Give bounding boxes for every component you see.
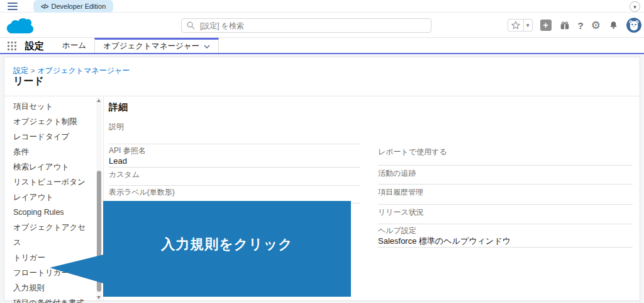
- annotation-callout: 入力規則をクリック: [103, 201, 351, 297]
- notifications-bell-icon[interactable]: [608, 20, 619, 31]
- setup-nav-bar: 設定 ホーム オブジェクトマネージャー: [0, 38, 644, 54]
- sidebar-item-field-conditional-formatting[interactable]: 項目の条件付き書式: [13, 295, 92, 303]
- favorite-star-icon[interactable]: [508, 21, 523, 30]
- tab-object-manager[interactable]: オブジェクトマネージャー: [94, 38, 219, 53]
- annotation-text: 入力規則をクリック: [161, 235, 293, 254]
- salesforce-setup-screen: </> Developer Edition ▾ ▾ +: [0, 0, 644, 303]
- sidebar-item-restriction-rules[interactable]: 条件: [13, 144, 92, 159]
- sidebar-item-object-access[interactable]: オブジェクトアクセス: [13, 220, 92, 250]
- gift-whats-new-icon[interactable]: [559, 20, 570, 31]
- field-history-tracking: 項目履歴管理: [378, 188, 633, 205]
- browser-tab-bar: </> Developer Edition ▾: [0, 0, 644, 13]
- code-icon: </>: [41, 3, 48, 10]
- tab-home[interactable]: ホーム: [54, 38, 94, 53]
- browser-profile-button[interactable]: ▾: [630, 1, 640, 12]
- sidebar-item-list-view-button-layout[interactable]: リストビューボタンレイアウト: [13, 174, 92, 205]
- object-manager-card: 設定>オブジェクトマネージャー リード 項目セット オブジェクト制限 レコードタ…: [4, 57, 640, 301]
- sidebar-item-object-limits[interactable]: オブジェクト制限: [13, 114, 92, 129]
- browser-tab-label: Developer Edition: [51, 3, 106, 10]
- scroll-up-icon[interactable]: [97, 99, 101, 102]
- sidebar-item-search-layouts[interactable]: 検索レイアウト: [13, 159, 92, 174]
- field-description: 説明: [109, 122, 360, 144]
- setup-gear-icon[interactable]: ⚙: [591, 20, 601, 31]
- field-custom: カスタム: [109, 170, 360, 186]
- page-background: 設定>オブジェクトマネージャー リード 項目セット オブジェクト制限 レコードタ…: [0, 54, 644, 303]
- field-used-in-reports: レポートで使用する: [378, 147, 633, 166]
- details-heading: 詳細: [109, 101, 128, 113]
- help-icon[interactable]: ?: [578, 20, 584, 31]
- favorites-control: ▾: [508, 19, 533, 31]
- field-api-name: API 参照名 Lead: [109, 146, 360, 168]
- salesforce-logo: [5, 16, 38, 34]
- chevron-down-icon: [204, 45, 210, 49]
- search-input[interactable]: [200, 21, 426, 30]
- page-title: リード: [13, 75, 44, 88]
- breadcrumb-setup-link[interactable]: 設定: [13, 66, 28, 75]
- field-help-settings: ヘルプ設定 Salesforce 標準のヘルプウィンドウ: [378, 226, 633, 248]
- setup-app-title: 設定: [25, 40, 44, 52]
- global-header: ▾ + ? ⚙: [0, 13, 644, 38]
- sidebar-item-field-sets[interactable]: 項目セット: [13, 99, 92, 114]
- panel-divider: [4, 96, 640, 96]
- field-track-activities: 活動の追跡: [378, 169, 633, 185]
- hamburger-menu-icon[interactable]: [8, 3, 18, 10]
- app-launcher-icon[interactable]: [8, 42, 16, 50]
- scroll-down-icon[interactable]: [97, 296, 101, 299]
- field-deployment-status: リリース状況: [378, 208, 633, 224]
- user-avatar[interactable]: [626, 18, 641, 33]
- sidebar-item-record-types[interactable]: レコードタイプ: [13, 129, 92, 144]
- browser-tab-developer-edition[interactable]: </> Developer Edition: [33, 0, 113, 13]
- annotation-arrow: [50, 254, 104, 283]
- sidebar-item-scoping-rules[interactable]: Scoping Rules: [13, 205, 92, 220]
- favorites-dropdown-icon[interactable]: ▾: [523, 20, 532, 31]
- search-icon: [187, 21, 195, 30]
- caret-down-icon: ▾: [633, 4, 636, 10]
- global-search[interactable]: [181, 18, 431, 33]
- global-actions-icon[interactable]: +: [540, 20, 552, 31]
- breadcrumb-object-manager-link[interactable]: オブジェクトマネージャー: [37, 66, 130, 75]
- breadcrumb-separator: >: [31, 67, 35, 74]
